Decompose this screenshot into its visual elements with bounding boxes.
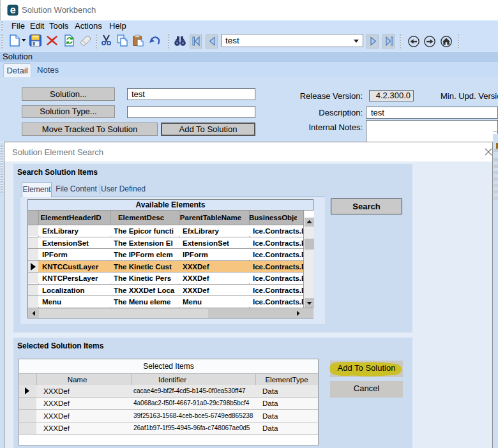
svg-text:e: e bbox=[10, 4, 16, 15]
